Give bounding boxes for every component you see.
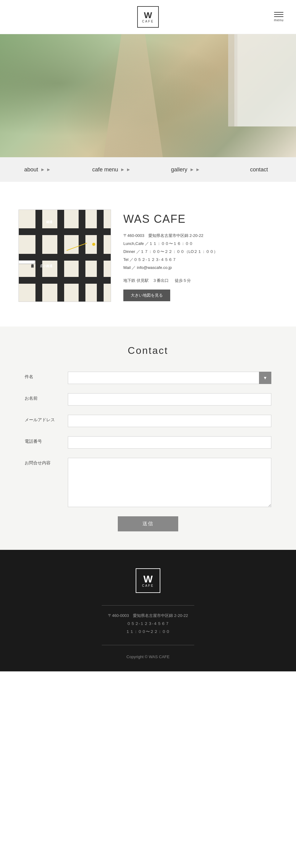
cafe-access-walk: 徒歩５分 <box>175 278 191 283</box>
footer: W CAFE 〒460-0003 愛知県名古屋市中区錦 2-20-22 ０５２-… <box>0 550 296 671</box>
footer-info: 〒460-0003 愛知県名古屋市中区錦 2-20-22 ０５２-１２３-４５６… <box>108 612 188 636</box>
map-link-button[interactable]: 大きい地図を見る <box>123 289 170 301</box>
main-nav: about ▶ cafe menu ▶ gallery ▶ contact <box>0 157 296 182</box>
map-label-nishiki: 錦通 <box>46 220 52 224</box>
street-v1 <box>35 210 42 302</box>
nav-about-label: about <box>24 166 38 173</box>
cafe-tel: Tel ／０５２-１２３-４５６７ <box>123 256 277 264</box>
submit-row: 送信 <box>25 516 271 531</box>
form-row-message: お問合せ内容 <box>25 458 271 507</box>
menu-line-1 <box>274 12 284 12</box>
footer-logo: W CAFE <box>136 568 160 593</box>
nav-about-arrow: ▶ <box>41 167 44 172</box>
street-v3 <box>79 210 85 302</box>
subject-select-wrapper: お問合せ ご予約 その他 ▼ <box>68 372 271 384</box>
cafe-access: 地下鉄 伏見駅 ３番出口 徒歩５分 <box>123 278 277 283</box>
logo-box: W CAFE <box>137 6 159 28</box>
subject-select[interactable]: お問合せ ご予約 その他 <box>68 372 271 384</box>
cafe-address: 〒460-0003 愛知県名古屋市中区錦 2-20-22 <box>123 232 277 240</box>
nav-item-contact[interactable]: contact <box>222 157 296 182</box>
menu-line-3 <box>274 16 284 17</box>
footer-hours: １１：００〜２２：００ <box>108 628 188 636</box>
nav-contact-label: contact <box>250 166 268 173</box>
cafe-details: 〒460-0003 愛知県名古屋市中区錦 2-20-22 Lunch,Cafe … <box>123 232 277 272</box>
header: W CAFE menu <box>0 0 296 34</box>
spacer-1 <box>0 182 296 197</box>
cafe-access-station: 地下鉄 伏見駅 ３番出口 <box>123 278 169 283</box>
form-row-name: お名前 <box>25 393 271 406</box>
message-textarea[interactable] <box>68 458 271 507</box>
nav-gallery-arrow: ▶ <box>191 167 193 172</box>
subject-label: 件名 <box>25 372 62 380</box>
hero-building <box>234 34 296 126</box>
map-label-hiro: 広小路通 <box>40 264 52 268</box>
cafe-hours-dinner: Dinner ／１７：００〜２２：００（LO２１：００） <box>123 248 277 256</box>
footer-divider-1 <box>102 605 194 606</box>
street-v4 <box>97 210 104 302</box>
submit-button[interactable]: 送信 <box>118 516 178 531</box>
cafe-hours-lunch: Lunch,Cafe ／１１：００〜１６：００ <box>123 240 277 248</box>
menu-button[interactable]: menu <box>274 12 284 22</box>
map-grid: 地下鉄 伏見駅 錦通 広小路通 <box>19 210 111 302</box>
footer-tel: ０５２-１２３-４５６７ <box>108 620 188 628</box>
logo-cafe: CAFE <box>142 20 154 23</box>
nav-item-about[interactable]: about ▶ <box>0 157 74 182</box>
email-input[interactable] <box>68 415 271 427</box>
menu-line-2 <box>274 14 284 15</box>
phone-input[interactable] <box>68 436 271 448</box>
contact-form: 件名 お問合せ ご予約 その他 ▼ お名前 メールアドレス 電話番号 <box>25 372 271 531</box>
footer-address: 〒460-0003 愛知県名古屋市中区錦 2-20-22 <box>108 612 188 620</box>
logo-w: W <box>144 11 152 20</box>
info-section: 地下鉄 伏見駅 錦通 広小路通 WAS CAFE 〒460-0003 愛知県名古… <box>0 197 296 314</box>
map[interactable]: 地下鉄 伏見駅 錦通 広小路通 <box>19 210 111 302</box>
contact-section: Contact 件名 お問合せ ご予約 その他 ▼ お名前 メールアドレス <box>0 327 296 550</box>
footer-divider-2 <box>102 645 194 645</box>
nav-gallery-label: gallery <box>171 166 187 173</box>
street-v2 <box>57 210 64 302</box>
footer-copyright: Copyright © WAS CAFE <box>127 654 169 659</box>
footer-logo-w: W <box>143 574 153 584</box>
hero-image <box>0 34 296 157</box>
menu-icon <box>274 12 284 17</box>
message-label: お問合せ内容 <box>25 458 62 466</box>
form-row-subject: 件名 お問合せ ご予約 その他 ▼ <box>25 372 271 384</box>
cafe-info: WAS CAFE 〒460-0003 愛知県名古屋市中区錦 2-20-22 Lu… <box>123 210 277 301</box>
nav-item-cafe-menu[interactable]: cafe menu ▶ <box>74 157 148 182</box>
station-label: 地下鉄 伏見駅 <box>19 260 35 264</box>
nav-cafe-menu-label: cafe menu <box>92 166 118 173</box>
footer-logo-cafe: CAFE <box>142 584 154 587</box>
form-row-phone: 電話番号 <box>25 436 271 448</box>
name-input[interactable] <box>68 393 271 406</box>
name-label: お名前 <box>25 393 62 401</box>
nav-cafe-menu-arrow: ▶ <box>121 167 124 172</box>
cafe-mail: Mail ／ info@wascafe.co.jp <box>123 264 277 272</box>
email-label: メールアドレス <box>25 415 62 423</box>
phone-label: 電話番号 <box>25 436 62 444</box>
cafe-title: WAS CAFE <box>123 213 277 225</box>
map-marker-dot <box>92 243 95 246</box>
contact-title: Contact <box>25 345 271 356</box>
logo[interactable]: W CAFE <box>137 6 159 28</box>
nav-item-gallery[interactable]: gallery ▶ <box>148 157 222 182</box>
menu-label: menu <box>274 18 284 22</box>
form-row-email: メールアドレス <box>25 415 271 427</box>
